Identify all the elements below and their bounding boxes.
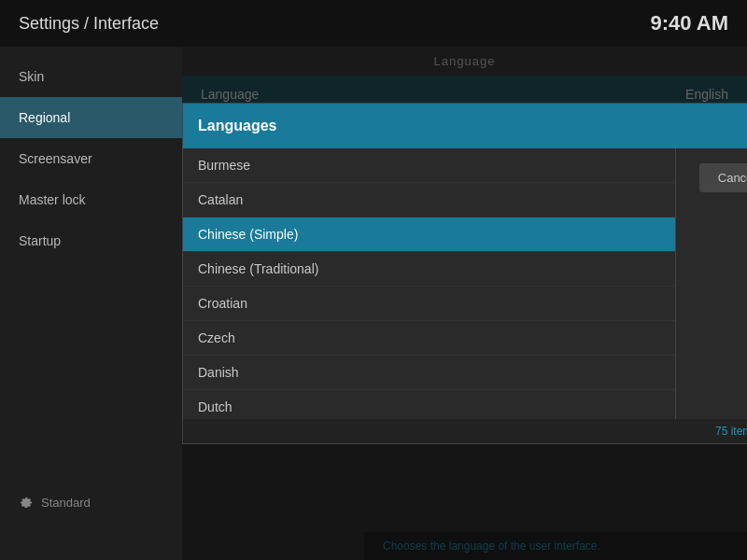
sidebar-item-screensaver[interactable]: Screensaver (0, 138, 182, 179)
languages-dialog: Languages ✦ BurmeseCatalanChinese (Simpl… (182, 103, 747, 444)
sidebar-standard-label: Standard (41, 496, 91, 510)
sidebar-item-master-lock[interactable]: Master lock (0, 179, 182, 220)
dialog-body: BurmeseCatalanChinese (Simple)Chinese (T… (183, 148, 747, 419)
language-item-dutch[interactable]: Dutch (183, 390, 675, 419)
language-item-czech[interactable]: Czech (183, 321, 675, 356)
content-area: Language Language English Character set … (182, 47, 747, 560)
cancel-button[interactable]: Cancel (699, 163, 747, 192)
dialog-title: Languages (198, 118, 276, 134)
page-title: Settings / Interface (19, 14, 159, 34)
sidebar-bottom-item[interactable]: Standard (0, 483, 182, 523)
dialog-overlay: Languages ✦ BurmeseCatalanChinese (Simpl… (182, 47, 747, 560)
sidebar: Skin Regional Screensaver Master lock St… (0, 47, 182, 560)
language-item-chinese-traditional[interactable]: Chinese (Traditional) (183, 252, 675, 287)
language-item-chinese-simple[interactable]: Chinese (Simple) (183, 217, 675, 252)
dialog-header: Languages ✦ (183, 104, 747, 148)
language-item-croatian[interactable]: Croatian (183, 287, 675, 321)
language-item-catalan[interactable]: Catalan (183, 183, 675, 217)
clock: 9:40 AM (650, 11, 728, 35)
language-item-danish[interactable]: Danish (183, 356, 675, 390)
main-layout: Skin Regional Screensaver Master lock St… (0, 47, 747, 560)
sidebar-item-regional[interactable]: Regional (0, 97, 182, 138)
language-item-burmese[interactable]: Burmese (183, 148, 675, 183)
sidebar-item-startup[interactable]: Startup (0, 220, 182, 261)
sidebar-item-skin[interactable]: Skin (0, 56, 182, 97)
header: Settings / Interface 9:40 AM (0, 0, 747, 47)
dialog-side-panel: Cancel (676, 148, 747, 419)
gear-icon (19, 494, 34, 511)
dialog-footer: 75 items · 2/9 (183, 419, 747, 443)
language-list: BurmeseCatalanChinese (Simple)Chinese (T… (183, 148, 676, 419)
